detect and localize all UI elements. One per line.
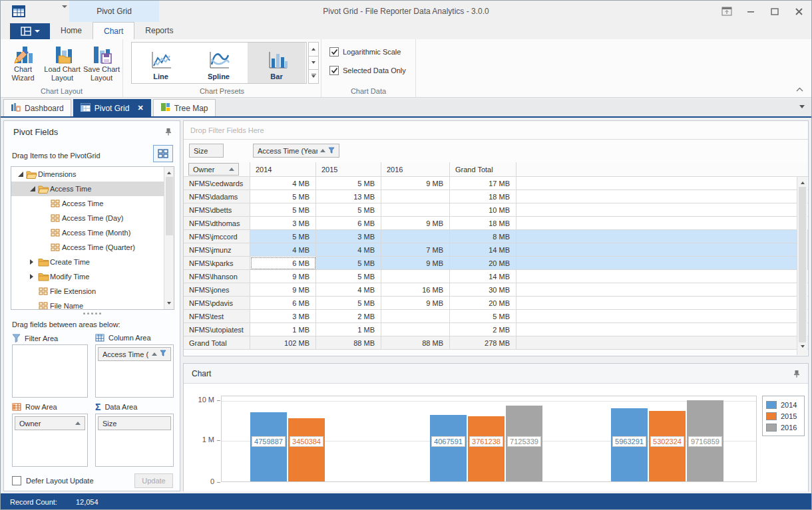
checkbox-selected-data-only[interactable]: Selected Data Only xyxy=(329,66,406,75)
gallery-scroll-up-button[interactable] xyxy=(308,42,319,57)
chart-bar-2015[interactable] xyxy=(468,416,505,481)
field-chip-access-time-[interactable]: Access Time (... xyxy=(98,347,171,361)
value-cell[interactable]: 3 MB xyxy=(250,310,316,323)
expand-open-icon[interactable] xyxy=(29,186,37,191)
value-cell[interactable]: 9 MB xyxy=(250,283,316,297)
value-cell[interactable]: 3 MB xyxy=(250,217,316,230)
value-cell[interactable]: 7 MB xyxy=(381,243,450,257)
load-chart-layout-button[interactable]: Load Chart Layout xyxy=(43,41,82,82)
column-header-cell[interactable]: 2015 xyxy=(316,162,381,177)
field-list-layout-button[interactable] xyxy=(153,145,173,162)
value-cell[interactable]: 5 MB xyxy=(250,190,316,203)
chart-bar-2014[interactable] xyxy=(250,412,287,481)
row-header-cell[interactable]: NFMS\test xyxy=(184,310,250,323)
panel-splitter[interactable] xyxy=(4,313,180,315)
update-button[interactable]: Update xyxy=(134,473,173,488)
defer-layout-update-checkbox[interactable] xyxy=(12,476,21,485)
value-cell[interactable]: 5 MB xyxy=(250,230,316,243)
value-cell[interactable]: 278 MB xyxy=(450,336,516,350)
row-header-cell[interactable]: NFMS\dbetts xyxy=(184,203,250,217)
close-button[interactable] xyxy=(791,4,806,19)
tree-item-modify-time[interactable]: Modify Time xyxy=(11,269,174,284)
grid-vertical-scrollbar[interactable] xyxy=(797,177,807,355)
scroll-up-icon[interactable] xyxy=(797,177,807,187)
column-header-cell[interactable]: 2014 xyxy=(250,162,316,177)
tree-item-access-time[interactable]: Access Time xyxy=(11,196,174,211)
application-menu-button[interactable] xyxy=(10,23,50,39)
value-cell[interactable]: 18 MB xyxy=(450,217,516,230)
value-cell[interactable] xyxy=(381,203,450,217)
gallery-dropdown-button[interactable] xyxy=(308,70,319,84)
value-cell[interactable] xyxy=(381,190,450,203)
value-cell[interactable]: 5 MB xyxy=(316,257,381,270)
expand-closed-icon[interactable] xyxy=(29,259,37,265)
row-header-cell[interactable]: NFMS\jones xyxy=(184,283,250,297)
tree-item-access-time-day-[interactable]: Access Time (Day) xyxy=(11,211,174,225)
row-header-cell[interactable]: NFMS\kparks xyxy=(184,257,250,270)
row-header-cell[interactable]: NFMS\jmunz xyxy=(184,243,250,257)
value-cell[interactable]: 9 MB xyxy=(381,177,450,190)
value-cell[interactable] xyxy=(381,230,450,243)
checkbox-logarithmic-scale[interactable]: Logarithmic Scale xyxy=(329,47,401,57)
column-area-box[interactable]: Access Time (... xyxy=(95,344,174,398)
document-tab-pivot-grid[interactable]: Pivot Grid✕ xyxy=(73,99,151,116)
scroll-up-icon[interactable] xyxy=(164,167,174,177)
column-header-cell[interactable]: Grand Total xyxy=(450,162,516,177)
gallery-scroll-down-button[interactable] xyxy=(308,57,319,70)
filter-area-box[interactable] xyxy=(12,344,88,398)
save-chart-layout-button[interactable]: Save Chart Layout xyxy=(82,41,121,82)
scroll-thumb[interactable] xyxy=(799,187,806,342)
value-cell[interactable]: 5 MB xyxy=(316,177,381,190)
collapse-ribbon-icon[interactable] xyxy=(796,85,803,93)
tree-scrollbar[interactable] xyxy=(164,167,174,309)
preset-spline-button[interactable]: Spline xyxy=(190,43,248,83)
value-cell[interactable]: 88 MB xyxy=(381,336,450,350)
value-cell[interactable]: 14 MB xyxy=(450,243,516,257)
value-cell[interactable]: 8 MB xyxy=(450,230,516,243)
value-cell[interactable]: 20 MB xyxy=(450,297,516,310)
field-chip-size[interactable]: Size xyxy=(98,416,171,430)
row-header-cell[interactable]: NFMS\lhanson xyxy=(184,270,250,283)
value-cell[interactable]: 5 MB xyxy=(450,310,516,323)
row-header-cell[interactable]: NFMS\dadams xyxy=(184,190,250,203)
pin-icon[interactable] xyxy=(165,128,172,137)
data-area-box[interactable]: Size xyxy=(95,414,174,467)
pin-icon[interactable] xyxy=(793,370,800,380)
tab-list-dropdown-icon[interactable] xyxy=(799,105,805,111)
row-header-cell[interactable]: NFMS\pdavis xyxy=(184,297,250,310)
value-cell[interactable]: 5 MB xyxy=(250,203,316,217)
value-cell[interactable]: 6 MB xyxy=(316,217,381,230)
document-tab-tree-map[interactable]: Tree Map xyxy=(153,99,216,116)
value-cell[interactable]: 20 MB xyxy=(450,257,516,270)
chart-bar-2014[interactable] xyxy=(430,415,467,481)
row-header-cell[interactable]: NFMS\dthomas xyxy=(184,217,250,230)
value-cell[interactable] xyxy=(381,310,450,323)
row-area-box[interactable]: Owner xyxy=(12,414,88,467)
value-cell[interactable]: 2 MB xyxy=(450,323,516,336)
value-cell[interactable]: 102 MB xyxy=(250,336,316,350)
row-field-chip[interactable]: Owner xyxy=(188,163,239,176)
maximize-button[interactable] xyxy=(767,4,782,19)
value-cell[interactable]: 88 MB xyxy=(316,336,381,350)
tree-item-file-name[interactable]: File Name xyxy=(11,299,174,310)
scroll-down-icon[interactable] xyxy=(797,342,807,352)
column-field-chip[interactable]: Access Time (Year) xyxy=(253,144,339,158)
value-cell[interactable]: 4 MB xyxy=(250,243,316,257)
tree-item-dimensions[interactable]: Dimensions xyxy=(11,167,174,182)
value-cell[interactable]: 17 MB xyxy=(450,177,516,190)
close-tab-icon[interactable]: ✕ xyxy=(137,104,143,112)
value-cell[interactable]: 9 MB xyxy=(381,217,450,230)
field-chip-owner[interactable]: Owner xyxy=(15,416,85,430)
filter-drop-zone[interactable]: Drop Filter Fields Here xyxy=(184,121,808,140)
value-cell[interactable]: 5 MB xyxy=(316,203,381,217)
ribbon-tab-home[interactable]: Home xyxy=(50,22,93,39)
value-cell[interactable]: 4 MB xyxy=(316,243,381,257)
value-cell[interactable]: 5 MB xyxy=(316,297,381,310)
value-cell[interactable] xyxy=(381,323,450,336)
ribbon-tab-reports[interactable]: Reports xyxy=(134,22,184,39)
data-field-chip[interactable]: Size xyxy=(189,144,224,158)
ribbon-display-options-icon[interactable] xyxy=(719,4,734,19)
tree-item-access-time[interactable]: Access Time xyxy=(11,182,174,196)
value-cell[interactable]: 4 MB xyxy=(316,283,381,297)
value-cell[interactable]: 30 MB xyxy=(450,283,516,297)
